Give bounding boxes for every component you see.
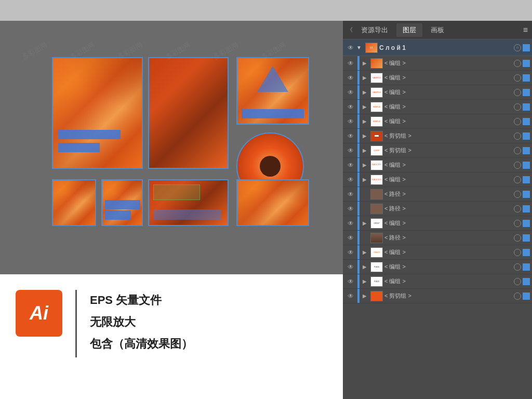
eye-icon[interactable]: 👁 [345,247,356,258]
eye-icon-header[interactable]: 👁 [345,42,356,54]
expand-arrow[interactable]: ▶ [361,263,369,271]
thumb-preview: 5T [366,43,377,52]
circle-btn[interactable] [514,191,521,198]
square-btn[interactable] [523,118,530,125]
table-row[interactable]: 👁 ▶ < 编组 > [343,56,532,71]
table-row[interactable]: 👁 ▶ SIMPLE < 编组 > [343,100,532,114]
table-row[interactable]: 👁 ▶ < 剪切组 > [343,129,532,143]
square-btn[interactable] [523,249,530,256]
square-btn[interactable] [523,205,530,212]
circle-btn[interactable] [514,263,521,271]
table-row[interactable]: 👁 ▶ PLACE TEXT < 编组 > [343,158,532,172]
square-btn[interactable] [523,191,530,198]
circle-btn[interactable] [514,89,521,96]
circle-btn[interactable] [514,162,521,169]
expand-arrow[interactable]: ▶ [361,59,369,68]
eye-icon[interactable]: 👁 [345,174,356,185]
eye-icon[interactable]: 👁 [345,72,356,84]
circle-btn[interactable] [514,132,521,140]
eye-icon[interactable]: 👁 [345,276,356,287]
triangle-shape [257,66,288,92]
tab-group: 资源导出 图层 画板 [355,23,450,37]
eye-icon[interactable]: 👁 [345,203,356,215]
square-btn[interactable] [523,147,530,154]
eye-icon[interactable]: 👁 [345,116,356,127]
eye-icon[interactable]: 👁 [345,290,356,302]
square-btn[interactable] [523,74,530,82]
circle-btn[interactable] [514,249,521,256]
divider-line [75,290,77,357]
circle-btn[interactable] [514,147,521,154]
square-btn[interactable] [523,132,530,140]
table-row[interactable]: 👁 ▶ < 剪切组 > [343,289,532,303]
eye-icon[interactable]: 👁 [345,232,356,244]
eye-icon[interactable]: 👁 [345,218,356,229]
eye-icon[interactable]: 👁 [345,58,356,69]
eye-icon[interactable]: 👁 [345,145,356,156]
eye-icon[interactable]: 👁 [345,261,356,273]
collapse-panel-icon[interactable]: 《 [347,26,353,34]
circle-btn[interactable] [514,74,521,82]
expand-arrow[interactable]: ▶ [361,292,369,300]
circle-btn[interactable] [514,278,521,285]
square-btn[interactable] [523,234,530,242]
square-btn[interactable] [523,278,530,285]
circle-btn[interactable] [514,234,521,242]
expand-arrow[interactable]: ▶ [361,117,369,126]
eye-icon[interactable]: 👁 [345,159,356,171]
panel-menu-icon[interactable]: ≡ [523,25,528,35]
expand-arrow[interactable]: ▶ [361,161,369,169]
square-btn[interactable] [523,162,530,169]
layers-list[interactable]: 👁 ▶ < 编组 > 👁 ▶ SAMPLE < 编组 > [343,56,532,399]
circle-btn[interactable] [514,292,521,300]
square-btn[interactable] [523,89,530,96]
info-content: Ai EPS 矢量文件 无限放大 包含（高清效果图） [0,274,343,373]
circle-btn[interactable] [514,103,521,111]
collapse-icon[interactable]: ▼ [356,45,362,50]
table-row[interactable]: 👁 ▶ PLACE < 编组 > [343,260,532,274]
table-row[interactable]: 👁 < 路径 > [343,231,532,245]
tab-artboard[interactable]: 画板 [424,23,450,37]
table-row[interactable]: 👁 ▶ ORANGE < 编组 > [343,245,532,260]
expand-arrow[interactable]: ▶ [361,147,369,155]
expand-arrow[interactable]: ▶ [361,88,369,97]
tab-export[interactable]: 资源导出 [355,23,394,37]
table-row[interactable]: 👁 ▶ SAMPLE < 编组 > [343,71,532,85]
circle-btn[interactable] [514,176,521,183]
table-row[interactable]: 👁 ▶ SAMPLE < 编组 > [343,85,532,100]
table-row[interactable]: 👁 ▶ CORP < 剪切组 > [343,143,532,158]
circle-btn[interactable] [514,205,521,212]
tab-layers[interactable]: 图层 [396,23,422,37]
expand-arrow[interactable]: ▶ [361,74,369,82]
square-btn[interactable] [523,292,530,300]
table-row[interactable]: 👁 < 路径 > [343,202,532,216]
circle-btn[interactable] [514,220,521,227]
circle-btn-header[interactable]: ○ [514,44,521,51]
layer-controls [514,263,530,271]
expand-arrow[interactable]: ▶ [361,132,369,140]
table-row[interactable]: 👁 ▶ SIMPLE < 编组 > [343,114,532,129]
circle-btn[interactable] [514,118,521,125]
eye-icon[interactable]: 👁 [345,130,356,142]
square-btn[interactable] [523,263,530,271]
square-btn[interactable] [523,176,530,183]
expand-arrow[interactable]: ▶ [361,248,369,257]
table-row[interactable]: 👁 ▶ GROUP < 编组 > [343,216,532,231]
expand-arrow[interactable]: ▶ [361,176,369,184]
expand-arrow[interactable]: ▶ [361,277,369,286]
square-btn[interactable] [523,103,530,111]
table-row[interactable]: 👁 < 路径 > [343,187,532,202]
square-btn[interactable] [523,60,530,67]
blue-bar [357,202,360,216]
poly-bg-large-left [53,58,142,168]
table-row[interactable]: 👁 ▶ PLACE < 编组 > [343,274,532,289]
square-btn-header[interactable] [523,44,530,51]
eye-icon[interactable]: 👁 [345,101,356,113]
eye-icon[interactable]: 👁 [345,87,356,98]
square-btn[interactable] [523,220,530,227]
eye-icon[interactable]: 👁 [345,189,356,200]
expand-arrow[interactable]: ▶ [361,103,369,111]
table-row[interactable]: 👁 ▶ PLACE TEXT < 编组 > [343,172,532,187]
circle-btn[interactable] [514,60,521,67]
expand-arrow[interactable]: ▶ [361,219,369,228]
